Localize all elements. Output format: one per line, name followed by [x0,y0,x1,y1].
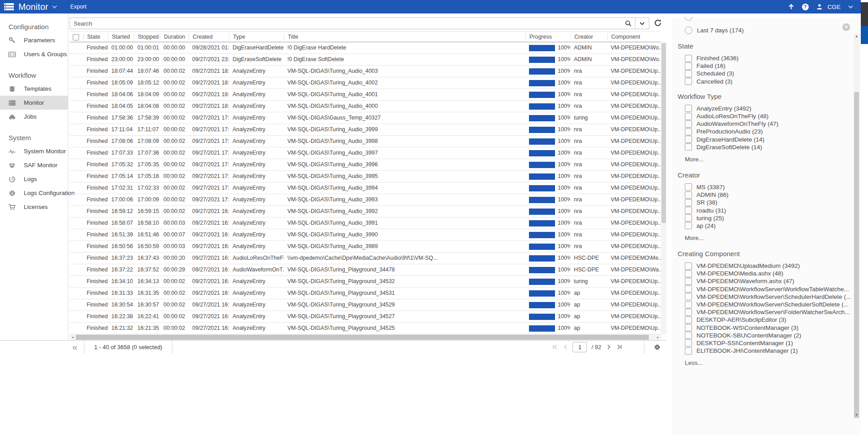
table-row[interactable]: Finished17:05:1417:05:1600:00:0209/27/20… [70,171,661,182]
checkbox-icon[interactable] [685,309,692,316]
checkbox-icon[interactable] [685,70,692,77]
filter-option[interactable]: MS (3387) [685,183,851,191]
settings-gear-icon[interactable] [653,343,661,351]
table-row[interactable]: Finished16:37:2316:37:4300:00:2009/27/20… [70,253,661,264]
sidebar-item-saf-monitor[interactable]: SAF Monitor [0,158,68,172]
table-row[interactable]: Finished16:34:1016:34:1300:00:0209/27/20… [70,276,661,288]
sidebar-item-logs-configuration[interactable]: Logs Configuration [0,186,68,200]
checkbox-icon[interactable] [685,143,692,151]
table-row[interactable]: Finished16:58:0716:58:1000:00:0309/27/20… [70,218,661,229]
column-header-title[interactable]: Title [284,33,525,40]
checkbox-icon[interactable] [685,324,692,331]
filter-option-last-7-days[interactable]: Last 7 days (174) [685,25,851,35]
checkbox-icon[interactable] [685,113,692,120]
column-header-progress[interactable]: Progress [525,33,570,40]
user-initials[interactable]: CGE [828,4,841,10]
table-row[interactable]: Finished17:08:0617:08:0900:00:0209/27/20… [70,136,661,147]
filter-option[interactable]: ap (24) [685,222,851,230]
filter-option[interactable]: Failed (16) [685,62,851,70]
filter-less-link[interactable]: Less... [685,360,861,368]
filter-option[interactable]: VM-DPEDEMO\WorkflowServer\FolderWatcherS… [685,308,851,316]
horizontal-scrollbar-thumb[interactable] [76,335,649,340]
table-horizontal-scrollbar[interactable]: ◄ ► [70,334,661,340]
sidebar-item-parameters[interactable]: Parameters [0,33,68,47]
table-row[interactable]: Finished17:00:0617:00:0900:00:0209/27/20… [70,194,661,206]
radio-icon[interactable] [685,27,692,34]
scroll-down-arrow-icon[interactable]: ▼ [854,413,859,417]
table-row[interactable]: Finished23:00:0023:00:0000:00:0009/27/20… [70,54,661,66]
page-number-input[interactable]: 1 [573,342,587,352]
checkbox-icon[interactable] [685,316,692,324]
checkbox-icon[interactable] [685,128,692,135]
table-row[interactable]: Finished01:00:0001:00:0100:00:0009/28/20… [70,42,661,54]
filter-option[interactable]: PreProductionAudio (23) [685,128,851,135]
checkbox-icon[interactable] [685,278,692,285]
filter-option[interactable]: NOTEBOOK-SBU\ContentManager (2) [685,332,851,339]
filter-option[interactable]: VM-DPEDEMO\Waveform.ashx (47) [685,277,851,285]
table-row[interactable]: Finished17:07:3317:07:3600:00:0209/27/20… [70,147,661,159]
filter-option[interactable]: AudioWaveformOnTheFly (47) [685,120,851,128]
search-icon[interactable] [621,20,635,27]
table-row[interactable]: Finished16:22:3816:22:4100:00:0209/27/20… [70,311,661,323]
table-row[interactable]: Finished17:58:3617:58:3900:00:0209/27/20… [70,112,661,124]
filter-option[interactable]: VM-DPEDEMO\UploadMedium (3492) [685,262,851,270]
table-row[interactable]: Finished16:30:5416:30:5700:00:0209/27/20… [70,299,661,311]
clipped-filter-option[interactable] [685,17,861,22]
checkbox-icon[interactable] [685,270,692,277]
column-header-component[interactable]: Component [607,33,661,40]
collapse-sidebar-button[interactable]: « [72,341,78,353]
filter-option[interactable]: VM-DPEDEMO\WorkflowServer\WorkflowTableW… [685,285,851,293]
checkbox-icon[interactable] [685,301,692,308]
filter-option[interactable]: DESKTOP-SSI\ContentManager (1) [685,339,851,347]
checkbox-icon[interactable] [685,285,692,293]
filter-option[interactable]: DigEraseHardDelete (14) [685,136,851,143]
select-all-checkbox[interactable] [73,34,79,40]
filter-option[interactable]: NOTEBOOK-WS\ContentManager (3) [685,324,851,332]
filter-option[interactable]: ELITEBOOK-JHI\ContentManager (1) [685,347,851,355]
filter-option[interactable]: VM-DPEDEMO\Media.ashx (48) [685,270,851,277]
vertical-scrollbar-thumb[interactable] [661,43,666,223]
checkbox-icon[interactable] [685,62,692,70]
filter-option[interactable]: AnalyzeEntry (3492) [685,105,851,112]
table-row[interactable]: Finished16:59:1216:59:1500:00:0209/27/20… [70,206,661,218]
filter-option[interactable]: roadtu (31) [685,206,851,214]
scroll-left-arrow-icon[interactable]: ◄ [71,336,74,339]
checkbox-icon[interactable] [685,55,692,62]
sidebar-item-system-monitor[interactable]: System Monitor [0,144,68,158]
table-row[interactable]: Finished18:05:0918:05:1200:00:0209/27/20… [70,77,661,89]
menu-export[interactable]: Export [70,4,86,10]
checkbox-icon[interactable] [685,262,692,270]
table-row[interactable]: Finished16:51:3916:51:4600:00:0709/27/20… [70,229,661,241]
filter-option[interactable]: ADMIN (86) [685,191,851,199]
filter-option[interactable]: VM-DPEDEMO\WorkflowServer\SchedulerSoftD… [685,301,851,308]
checkbox-icon[interactable] [685,136,692,143]
column-header-creator[interactable]: Creator [570,33,607,40]
checkbox-icon[interactable] [685,332,692,339]
upload-icon[interactable] [788,3,795,10]
filter-option[interactable]: DESKTOP-AER\SubclipEditor (3) [685,316,851,324]
scroll-up-arrow-icon[interactable]: ▲ [854,34,859,38]
help-icon[interactable]: ? [802,4,809,10]
checkbox-icon[interactable] [685,191,692,199]
app-switcher-chevron-down-icon[interactable] [52,5,57,9]
filter-option[interactable]: AudioLoResOnTheFly (48) [685,112,851,120]
filter-option[interactable]: Finished (3636) [685,54,851,62]
search-input[interactable] [70,18,621,29]
column-header-created[interactable]: Created [189,33,229,40]
previous-page-button[interactable] [562,344,568,350]
checkbox-icon[interactable] [685,78,692,85]
column-header-type[interactable]: Type [229,33,284,40]
checkbox-icon[interactable] [685,347,692,355]
table-row[interactable]: Finished18:04:0518:04:0800:00:0209/27/20… [70,101,661,112]
filter-option[interactable]: SR (38) [685,199,851,206]
user-menu-chevron-down-icon[interactable] [848,5,854,9]
table-row[interactable]: Finished17:05:3217:05:3500:00:0209/27/20… [70,159,661,171]
sidebar-item-templates[interactable]: Templates [0,82,68,96]
panel-scrollbar[interactable]: ▲ ▼ [854,33,859,418]
column-header-state[interactable]: State [83,33,108,40]
column-header-duration[interactable]: Duration [160,33,189,40]
first-page-button[interactable] [552,344,558,350]
filter-option[interactable]: DigEraseSoftDelete (14) [685,143,851,151]
table-row[interactable]: Finished17:11:0417:11:0700:00:0209/27/20… [70,124,661,136]
checkbox-icon[interactable] [685,105,692,112]
